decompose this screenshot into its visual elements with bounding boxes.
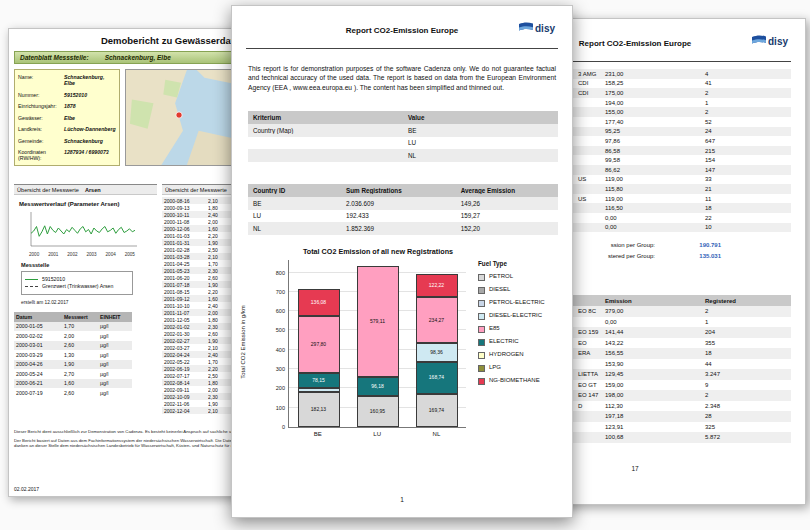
disy-logo-text: disy [535,23,555,34]
line-dashed-swatch [25,286,38,287]
bar-segment-electric: 78,15 [298,373,340,388]
registered-cell: 154 [701,157,787,163]
x-category-label: NL [433,431,441,437]
emission-cell: 156,55 [601,350,701,356]
table-cell: 1,90 [62,361,98,367]
date-cell: 2001-02-28 [162,247,208,253]
table-row: 2000-04-261,90µg/l [14,360,132,370]
date-cell: 2000-08-16 [162,198,208,204]
registered-cell: 44 [701,361,787,367]
header-cell: Sum Registrations [341,187,456,194]
header-cell: Value [403,114,558,121]
section-header-measurements-left: Übersicht der Messwerte Arsen [14,184,157,195]
info-field-row: Gemeinde:Schnackenburg [18,138,116,144]
date-cell: 2001-08-15 [162,289,208,295]
date-cell: 2002-01-30 [162,331,208,337]
fuel-legend-item: E85 [478,325,568,333]
table-row: 2000-03-012,60µg/l [14,341,132,351]
table-cell: NL [248,225,341,232]
registered-cell: 4 [701,71,787,77]
fuel-legend-label: NG-BIOMETHANE [489,377,559,384]
emission-cell: 123,91 [601,424,701,430]
bar-segment-e85: 297,80 [298,316,340,374]
section-header-text: Übersicht der Messwerte [17,187,79,193]
table-cell: 2,60 [62,390,98,396]
fuel-legend-item: PETROL-ELECTRIC [478,299,568,307]
date-cell: 2002-01-02 [162,324,208,330]
date-cell: 2000-10-11 [162,212,208,218]
y-tick-label: 200 [263,385,285,391]
datasheet-label: Datenblatt Messstelle: [20,54,89,61]
total-value: 190.791 [655,242,721,248]
section-header-param: Arsen [85,187,101,193]
info-field-row: Nummer:59152010 [18,92,116,98]
table-row: LU [248,137,558,150]
registered-cell: 1 [701,319,787,325]
date-cell: 2002-11-06 [162,401,208,407]
table-cell: µg/l [98,323,128,329]
emission-cell: 115,80 [601,186,701,192]
date-stamp: 02.02.2017 [14,486,39,492]
info-field-row: Koordinaten (RW/HW):1287934 / 6990073 [18,149,116,161]
header-cell: Emission [601,298,701,304]
measure-table: DatumMesswertEINHEIT2000-01-051,70µg/l20… [14,312,132,398]
field-value: 1287934 / 6990073 [64,149,109,161]
emission-cell: 143,22 [601,340,701,346]
line-chart-title: Messwertverlauf (Parameter Arsen) [19,201,120,207]
hydrogen-swatch [478,352,485,359]
registered-cell: 355 [701,340,787,346]
bar-segment-e85: 234,27 [416,297,458,342]
arsen-series-line [31,226,135,237]
map-marker [176,112,182,118]
table-cell: 2000-05-24 [14,371,62,377]
field-label: Landkreis: [18,126,64,132]
y-tick-label: 300 [263,366,285,372]
emission-cell: 100,68 [601,434,701,440]
field-label: Einrichtungsjahr: [18,103,64,109]
electric-swatch [478,339,485,346]
emission-cell: 86,58 [601,148,701,154]
table-cell: 2000-07-19 [14,390,62,396]
bar-segment-petrol: 169,74 [416,394,458,427]
date-cell: 2001-10-10 [162,303,208,309]
datasheet-value: Schnackenburg, Elbe [105,54,171,61]
registered-cell: 21 [701,186,787,192]
emission-cell: 379,00 [601,308,701,314]
table-cell: µg/l [98,333,128,339]
bar-segment-electric: 96,18 [357,377,399,396]
y-tick-label: 400 [263,347,285,353]
emission-cell: 119,00 [601,176,701,182]
fuel-legend-label: E85 [489,325,559,332]
registered-cell: 11 [701,196,787,202]
table-cell: 1,60 [62,380,98,386]
emission-cell: 0,00 [601,319,701,325]
header-cell: Datum [14,314,62,320]
emission-cell: 129,45 [601,371,701,377]
table-row: 2000-07-192,60µg/l [14,388,132,398]
registered-cell: 9 [701,382,787,388]
section-header-text: Übersicht der Messwerte [165,187,227,193]
fuel-legend-title: Fuel Type [478,260,568,267]
bar-lu: 160,9596,18579,11 [357,266,399,427]
date-cell: 2002-04-24 [162,352,208,358]
fuel-legend-item: DIESEL [478,286,568,294]
table-cell: µg/l [98,371,128,377]
e85-swatch [478,326,485,333]
date-cell: 2001-03-28 [162,254,208,260]
table-cell: 149,26 [456,200,558,207]
table-cell: Country (Map) [248,127,403,134]
emission-cell: 155,00 [601,109,701,115]
bar-segment-ng-biomethane: 122,22 [416,274,458,298]
header-cell: Registered [701,298,787,304]
disy-logo: disy [751,34,791,48]
table-row: LU192.433159,27 [248,210,558,223]
table-cell: µg/l [98,361,128,367]
x-tick-label: 2002 [67,252,77,257]
table-row: NL [248,149,558,162]
emission-cell: 158,25 [601,80,701,86]
table-header-row: DatumMesswertEINHEIT [14,312,132,322]
line-chart-xlabels: 200020012002200320042005 [29,252,135,257]
field-value: Elbe [64,115,75,121]
measurement-line-chart [17,210,141,252]
emission-cell: 119,00 [601,196,701,202]
